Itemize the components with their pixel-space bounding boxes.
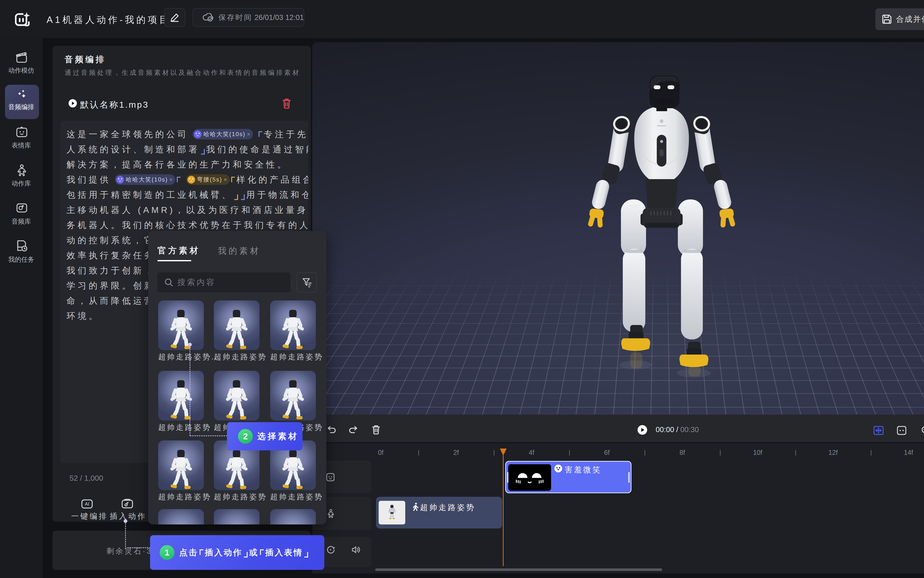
svg-text:AI: AI [85,501,89,507]
